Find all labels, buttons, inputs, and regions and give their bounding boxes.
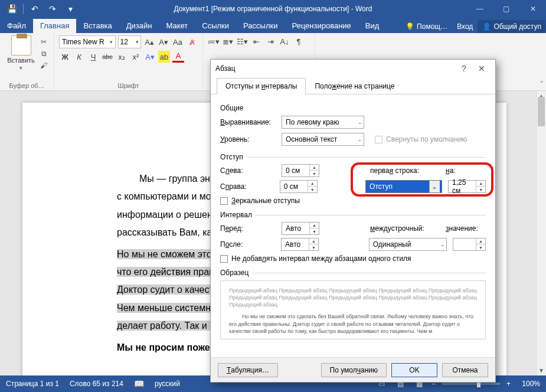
indent-left-label: Слева: <box>220 166 276 175</box>
minimize-button[interactable]: — <box>466 0 493 18</box>
indent-right-spinner[interactable]: 0 см▲▼ <box>280 180 318 193</box>
mirror-indents-checkbox[interactable] <box>220 197 228 205</box>
status-words[interactable]: Слово 65 из 214 <box>70 380 123 388</box>
no-space-same-style-label: Не добавлять интервал между абзацами одн… <box>231 254 411 263</box>
qat-customize-icon[interactable]: ▾ <box>62 2 79 16</box>
show-marks-icon[interactable]: ¶ <box>293 35 305 47</box>
dialog-titlebar[interactable]: Абзац ? ✕ <box>211 60 495 77</box>
special-indent-combo[interactable]: Отступ⌄ <box>365 180 442 193</box>
dialog-help-button[interactable]: ? <box>455 60 473 77</box>
mirror-indents-label: Зеркальные отступы <box>231 197 300 205</box>
underline-button[interactable]: Ч <box>87 51 99 63</box>
text-effects-icon[interactable]: A▾ <box>144 51 156 63</box>
font-name-combo[interactable]: Times New R▾ <box>59 35 116 48</box>
outline-level-combo[interactable]: Основной текст⌄ <box>282 133 364 146</box>
no-space-same-style-checkbox[interactable] <box>220 255 228 263</box>
section-interval: Интервал <box>220 211 252 219</box>
dialog-close-button[interactable]: ✕ <box>473 60 491 77</box>
window-title: Документ1 [Режим ограниченной функционал… <box>0 5 546 13</box>
group-clipboard-label: Буфер об… <box>5 81 49 89</box>
save-icon[interactable]: 💾 <box>4 2 20 16</box>
strike-button[interactable]: abc <box>102 51 113 63</box>
multilevel-icon[interactable]: ☷▾ <box>236 35 248 47</box>
subscript-button[interactable]: x₂ <box>116 51 127 63</box>
linespacing-label: междустрочный: <box>370 224 440 233</box>
font-size-combo[interactable]: 12▾ <box>118 35 141 48</box>
format-painter-icon[interactable]: 🖌 <box>38 60 49 71</box>
zoom-in-icon[interactable]: + <box>506 380 511 388</box>
numbering-icon[interactable]: ≣▾ <box>222 35 234 47</box>
undo-icon[interactable]: ↶ <box>27 2 43 16</box>
set-default-button[interactable]: По умолчанию <box>321 363 387 377</box>
vertical-scrollbar[interactable]: ▲ ▼ <box>536 91 546 375</box>
copy-icon[interactable]: ⧉ <box>38 48 49 59</box>
section-indent: Отступ <box>220 153 243 161</box>
linespacing-combo[interactable]: Одинарный⌄ <box>369 238 447 251</box>
zoom-slider[interactable] <box>442 383 501 385</box>
space-before-spinner[interactable]: Авто▲▼ <box>282 222 319 235</box>
redo-icon[interactable]: ↷ <box>44 2 61 16</box>
status-page[interactable]: Страница 1 из 1 <box>6 380 59 388</box>
zoom-value[interactable]: 100% <box>516 380 540 388</box>
alignment-combo[interactable]: По левому краю⌄ <box>282 116 364 129</box>
proofing-icon[interactable]: 📖 <box>134 379 144 388</box>
indent-right-label: Справа: <box>220 182 274 191</box>
dialog-footer: Табуляция… По умолчанию OK Отмена <box>211 357 495 382</box>
ok-button[interactable]: OK <box>391 363 437 377</box>
collapse-label: Свернуты по умолчанию <box>386 135 467 143</box>
titlebar: 💾 ↶ ↷ ▾ Документ1 [Режим ограниченной фу… <box>0 0 546 18</box>
paste-button[interactable]: Вставить ▾ <box>5 35 37 71</box>
dialog-tab-position[interactable]: Положение на странице <box>306 78 403 94</box>
special-indent-spinner[interactable]: 1,25 см▲▼ <box>448 180 486 193</box>
grow-font-icon[interactable]: A▴ <box>143 36 155 48</box>
highlight-button[interactable]: ab <box>158 51 170 63</box>
by-label: на: <box>446 166 469 175</box>
level-label: Уровень: <box>220 135 276 143</box>
section-general: Общие <box>220 104 486 112</box>
clear-format-icon[interactable]: A̷ <box>186 36 198 48</box>
change-case-icon[interactable]: Aa <box>172 36 184 48</box>
paragraph-dialog: Абзац ? ✕ ООтступы и интервалы Положение… <box>210 59 496 383</box>
scroll-down-icon[interactable]: ▼ <box>537 365 546 375</box>
ribbon-collapse-icon[interactable]: ˄ <box>540 80 544 88</box>
preview-box: Предыдущий абзац Предыдущий абзац Предыд… <box>220 280 486 339</box>
dialog-tab-indents[interactable]: ООтступы и интервалы <box>217 78 306 94</box>
superscript-button[interactable]: x² <box>130 51 142 63</box>
collapse-checkbox <box>375 136 382 143</box>
scroll-thumb[interactable] <box>538 97 545 126</box>
font-color-button[interactable]: A <box>172 51 184 63</box>
quick-access-toolbar: 💾 ↶ ↷ ▾ <box>0 2 79 16</box>
after-label: После: <box>220 240 275 249</box>
linespacing-value-spinner[interactable]: ▲▼ <box>453 238 486 251</box>
maximize-button[interactable]: ▢ <box>493 0 519 18</box>
status-language[interactable]: русский <box>155 380 180 388</box>
close-button[interactable]: ✕ <box>519 0 546 18</box>
dialog-title: Абзац <box>215 64 455 73</box>
inc-indent-icon[interactable]: ⇥ <box>264 35 276 47</box>
group-font-label: Шрифт <box>59 81 198 89</box>
indent-left-spinner[interactable]: 0 см▲▼ <box>282 164 319 177</box>
cut-icon[interactable]: ✂ <box>38 37 49 47</box>
before-label: Перед: <box>220 224 276 233</box>
firstline-label: первая строка: <box>370 166 440 175</box>
bullets-icon[interactable]: ≔▾ <box>208 35 220 47</box>
alignment-label: Выравнивание: <box>220 118 276 126</box>
sort-icon[interactable]: A↓ <box>279 35 290 47</box>
space-after-spinner[interactable]: Авто▲▼ <box>281 238 319 251</box>
cancel-button[interactable]: Отмена <box>442 363 488 377</box>
bold-button[interactable]: Ж <box>59 51 71 63</box>
shrink-font-icon[interactable]: A▾ <box>158 36 169 48</box>
dec-indent-icon[interactable]: ⇤ <box>250 35 262 47</box>
tabs-button[interactable]: Табуляция… <box>218 363 278 377</box>
clipboard-icon <box>11 35 31 55</box>
section-preview: Образец <box>220 269 249 277</box>
value-label: значение: <box>446 224 481 233</box>
italic-button[interactable]: К <box>73 51 85 63</box>
